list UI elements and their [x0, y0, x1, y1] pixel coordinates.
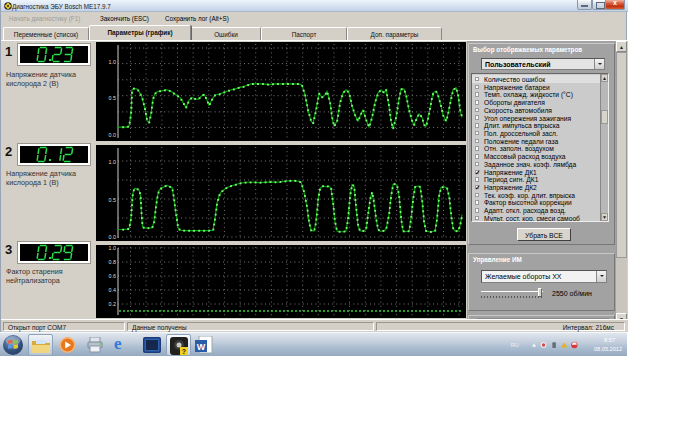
- svg-text:0.5: 0.5: [109, 197, 117, 203]
- svg-text:0.8: 0.8: [109, 259, 117, 265]
- svg-text:0.5: 0.5: [109, 95, 117, 101]
- svg-text:0.2: 0.2: [109, 301, 117, 307]
- svg-text:1.0: 1.0: [109, 59, 117, 65]
- svg-text:?: ?: [182, 348, 186, 355]
- svg-text:0.0: 0.0: [109, 234, 117, 240]
- svg-text:0.6: 0.6: [109, 273, 117, 279]
- svg-text:0.4: 0.4: [109, 287, 117, 293]
- svg-text:0.0: 0.0: [109, 132, 117, 138]
- svg-text:1.0: 1.0: [109, 159, 117, 165]
- svg-text:1.0: 1.0: [109, 245, 117, 251]
- svg-text:W: W: [197, 342, 206, 352]
